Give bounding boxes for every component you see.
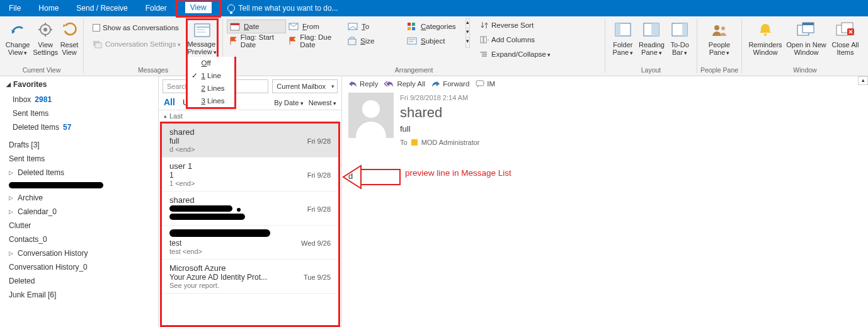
im-button[interactable]: IM [476, 80, 495, 88]
scroll-up[interactable]: ▴ [858, 76, 868, 85]
reply-button[interactable]: Reply [348, 80, 378, 88]
nav-deleted[interactable]: Deleted [0, 274, 158, 288]
svg-rect-19 [408, 27, 411, 30]
nav-conversation-history[interactable]: Conversation History [0, 246, 158, 260]
annotation-text: preview line in Message List [405, 168, 511, 178]
reset-view-button[interactable]: Reset View [59, 18, 79, 57]
tab-send-receive[interactable]: Send / Receive [67, 0, 136, 16]
arrange-from[interactable]: From [286, 20, 345, 33]
nav-drafts[interactable]: Drafts [3] [0, 138, 158, 152]
svg-rect-43 [361, 169, 400, 185]
show-as-conversations-checkbox[interactable]: Show as Conversations [90, 21, 183, 35]
svg-rect-24 [481, 37, 483, 43]
svg-rect-8 [195, 24, 210, 37]
nav-deleted-items[interactable]: Deleted Items57 [0, 120, 158, 134]
navigation-pane: ◢Favorites Inbox2981 Sent Items Deleted … [0, 76, 159, 327]
reverse-sort-button[interactable]: Reverse Sort [477, 18, 553, 32]
arrange-to[interactable]: To [345, 20, 404, 33]
nav-contacts[interactable]: Contacts_0 [0, 232, 158, 246]
group-label-current-view: Current View [0, 66, 83, 76]
change-view-button[interactable]: Change View [4, 18, 31, 58]
annotation-arrow [342, 158, 403, 196]
arrange-date[interactable]: Date [227, 20, 286, 33]
arrange-flag-due[interactable]: Flag: Due Date [286, 34, 345, 48]
reading-pane: Reply Reply All Forward IM Fri 9/28/2018… [341, 76, 868, 327]
to-label: To [400, 139, 408, 146]
svg-rect-13 [231, 23, 239, 25]
checkbox-icon [93, 24, 100, 32]
svg-rect-16 [348, 39, 356, 45]
message-timestamp: Fri 9/28/2018 2:14 AM [400, 94, 480, 101]
nav-calendar[interactable]: Calendar_0 [0, 205, 158, 219]
expand-collapse-button[interactable]: Expand/Collapse [477, 47, 553, 61]
open-in-new-window-button[interactable]: Open in New Window [785, 18, 828, 57]
message-from: shared [400, 105, 480, 121]
message-item[interactable]: shared Fri 9/28 [162, 192, 338, 226]
search-scope-dropdown[interactable]: Current Mailbox [272, 79, 338, 93]
nav-inbox[interactable]: Inbox2981 [0, 93, 158, 106]
message-item[interactable]: shared full d <end> Fri 9/28 [162, 123, 338, 158]
svg-rect-20 [412, 27, 415, 30]
nav-clutter[interactable]: Clutter [0, 219, 158, 232]
to-recipient: MOD Administrator [421, 139, 480, 146]
todo-bar-button[interactable]: To-Do Bar [666, 18, 693, 58]
svg-rect-30 [651, 23, 659, 36]
nav-junk-email[interactable]: Junk Email [6] [0, 288, 158, 302]
group-label-people-pane: People Pane [697, 66, 741, 76]
svg-point-33 [714, 25, 719, 30]
message-preview-1-line[interactable]: 1 Line [188, 69, 234, 82]
favorites-header[interactable]: ◢Favorites [0, 76, 158, 93]
tab-home[interactable]: Home [30, 0, 67, 16]
arrange-gallery-more[interactable]: ▾ [466, 38, 469, 47]
reminders-window-button[interactable]: Reminders Window [746, 18, 785, 57]
nav-sent-items-2[interactable]: Sent Items [0, 152, 158, 166]
nav-conversation-history-0[interactable]: Conversation History_0 [0, 260, 158, 274]
avatar [348, 93, 394, 138]
sort-newest[interactable]: Newest [309, 99, 336, 106]
tell-me-search[interactable]: Tell me what you want to do... [221, 0, 345, 16]
nav-deleted-items-2[interactable]: Deleted Items [0, 166, 158, 180]
filter-all[interactable]: All [164, 97, 175, 107]
message-item[interactable]: test test <end> Wed 9/26 [162, 226, 338, 260]
nav-sent-items[interactable]: Sent Items [0, 106, 158, 120]
bulb-icon [227, 4, 235, 12]
people-pane-button[interactable]: People Pane [704, 18, 734, 58]
add-columns-button[interactable]: +Add Columns [477, 33, 553, 47]
group-label-arrangement: Arrangement [223, 66, 605, 76]
tab-view[interactable]: View [185, 2, 212, 13]
arrange-subject[interactable]: Subject [404, 34, 464, 48]
reply-all-button[interactable]: Reply All [384, 80, 425, 88]
arrange-categories[interactable]: Categories [404, 20, 464, 33]
forward-button[interactable]: Forward [431, 80, 469, 88]
message-preview-button[interactable]: Message Preview Off 1 Line 2 Lines 3 Lin… [186, 18, 219, 59]
message-item[interactable]: Microsoft Azure Your Azure AD Identity P… [162, 260, 338, 294]
reading-pane-button[interactable]: Reading Pane [637, 18, 666, 58]
svg-rect-25 [484, 37, 486, 43]
svg-rect-18 [412, 23, 415, 26]
conversation-settings-button[interactable]: Conversation Settings [90, 37, 183, 51]
group-label-layout: Layout [605, 66, 697, 76]
message-item[interactable]: user 1 1 1 <end> Fri 9/28 [162, 158, 338, 192]
group-header-last[interactable]: Last [159, 110, 341, 122]
svg-rect-42 [476, 81, 484, 86]
group-label-window: Window [742, 66, 868, 76]
tab-folder[interactable]: Folder [137, 0, 176, 16]
view-settings-button[interactable]: View Settings [31, 18, 59, 57]
message-preview-2-lines[interactable]: 2 Lines [188, 82, 234, 95]
folder-pane-button[interactable]: Folder Pane [609, 18, 637, 58]
tab-file[interactable]: File [0, 0, 30, 16]
nav-archive[interactable]: Archive [0, 191, 158, 205]
svg-rect-7 [95, 43, 101, 48]
arrange-flag-start[interactable]: Flag: Start Date [227, 34, 286, 48]
message-preview-off[interactable]: Off [188, 57, 234, 69]
close-all-items-button[interactable]: Close All Items [828, 18, 863, 57]
arrange-size[interactable]: Size [345, 34, 404, 48]
arrange-scroll-down[interactable]: ▾ [466, 28, 469, 38]
svg-text:+: + [488, 37, 489, 43]
nav-redacted-account[interactable] [0, 180, 158, 191]
tell-me-label: Tell me what you want to do... [239, 4, 338, 13]
svg-rect-17 [408, 23, 411, 26]
message-preview-3-lines[interactable]: 3 Lines [188, 95, 234, 107]
sort-by-date[interactable]: By Date [274, 99, 304, 106]
arrange-scroll-up[interactable]: ▴ [466, 19, 469, 28]
